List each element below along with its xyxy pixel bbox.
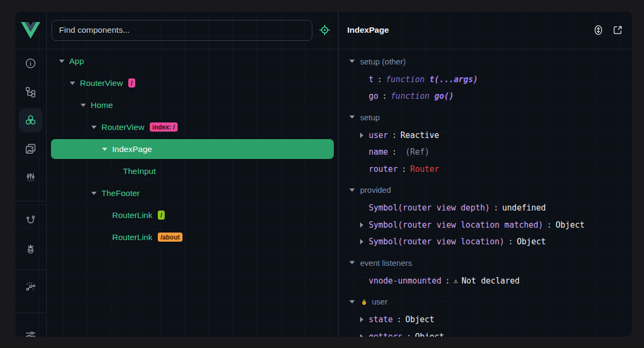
- state-row[interactable]: Symbol(router view location matched):Obj…: [339, 216, 632, 234]
- expander-icon[interactable]: [360, 334, 363, 337]
- tree-row[interactable]: TheInput: [47, 160, 338, 182]
- tree-row[interactable]: RouterView/: [47, 72, 338, 94]
- state-key: Symbol(router view location matched): [369, 220, 543, 230]
- key-value-separator: :: [445, 276, 450, 286]
- component-name: TheFooter: [101, 189, 140, 198]
- state-section-header[interactable]: setup: [339, 107, 632, 127]
- state-value: go(): [434, 91, 453, 101]
- key-value-separator: :: [401, 164, 406, 174]
- expander-icon[interactable]: [349, 300, 355, 303]
- scroll-to-component-button[interactable]: [593, 24, 604, 36]
- state-value: Reactive: [400, 130, 439, 140]
- key-value-separator: :: [547, 220, 552, 230]
- sidebar-item-settings[interactable]: [19, 323, 42, 337]
- route-badge: /: [158, 211, 165, 220]
- state-value: Router: [410, 164, 439, 174]
- component-tree: AppRouterView/HomeRouterViewindex: /Inde…: [47, 49, 338, 337]
- state-row[interactable]: t:function t(...args): [339, 71, 632, 88]
- state-row[interactable]: Symbol(router view depth):undefined: [339, 200, 632, 217]
- state-row[interactable]: go:function go(): [339, 88, 632, 105]
- inspector-pane: IndexPage: [339, 11, 632, 337]
- expander-icon[interactable]: [349, 261, 355, 264]
- expander-icon[interactable]: [70, 82, 75, 85]
- state-key: state: [369, 315, 393, 324]
- state-row[interactable]: user:Reactive: [339, 127, 632, 144]
- sidebar-item-pinia[interactable]: [19, 237, 42, 260]
- sidebar-item-pages[interactable]: [19, 80, 42, 104]
- expander-icon[interactable]: [102, 148, 107, 151]
- inspector-header-actions: [593, 24, 624, 36]
- state-value: Object: [517, 237, 546, 247]
- open-in-editor-button[interactable]: [612, 24, 624, 36]
- expander-icon[interactable]: [349, 60, 355, 63]
- tree-row[interactable]: RouterViewindex: /: [47, 116, 338, 138]
- state-value: Not declared: [462, 276, 519, 286]
- state-key: router: [369, 164, 398, 174]
- tree-row[interactable]: RouterLink/: [47, 204, 338, 226]
- sidebar-item-assets[interactable]: [19, 137, 42, 161]
- route-badge: /: [128, 78, 135, 88]
- search-area: [47, 11, 338, 49]
- state-section-label: provided: [360, 185, 391, 194]
- state-inspector: setup (other)t:function t(...args)go:fun…: [339, 49, 632, 337]
- sidebar-item-overview[interactable]: [19, 52, 42, 75]
- target-crosshair-icon: [319, 24, 331, 36]
- expander-icon[interactable]: [360, 133, 363, 138]
- state-value: t(...args): [429, 75, 478, 84]
- info-circle-icon: [25, 57, 36, 69]
- state-row[interactable]: vnode-unmounted:⚠Not declared: [339, 272, 632, 289]
- state-key: vnode-unmounted: [369, 276, 441, 286]
- sidebar-item-components[interactable]: [19, 108, 42, 132]
- state-section-label: event listeners: [360, 258, 412, 267]
- sidebar-item-router[interactable]: [19, 208, 42, 232]
- state-row[interactable]: name: (Ref): [339, 144, 632, 161]
- expander-icon[interactable]: [349, 189, 355, 192]
- vue-devtools-window: AppRouterView/HomeRouterViewindex: /Inde…: [15, 11, 632, 337]
- vue-logo: [15, 11, 47, 49]
- component-name: RouterLink: [112, 211, 152, 220]
- key-value-separator: :: [392, 130, 397, 140]
- expander-icon[interactable]: [91, 192, 97, 195]
- key-value-separator: :: [494, 203, 499, 213]
- sidebar-item-graph[interactable]: [19, 274, 42, 298]
- expander-icon[interactable]: [360, 239, 363, 244]
- sliders-icon: [25, 329, 36, 337]
- state-row[interactable]: router:Router: [339, 161, 632, 178]
- scroll-to-component-icon: [593, 24, 604, 36]
- images-icon: [25, 143, 36, 155]
- vue-logo-icon: [21, 22, 40, 39]
- component-name: Home: [91, 100, 113, 110]
- state-row[interactable]: Symbol(router view location):Object: [339, 234, 632, 251]
- tree-row[interactable]: RouterLink/about: [47, 226, 338, 248]
- state-section-label: user: [372, 297, 387, 306]
- mixer-icon: [25, 171, 36, 183]
- expander-icon[interactable]: [91, 126, 97, 129]
- state-section-header[interactable]: event listeners: [339, 253, 632, 272]
- tree-row[interactable]: App: [47, 50, 338, 72]
- expander-icon[interactable]: [80, 104, 86, 107]
- component-name: RouterLink: [112, 233, 152, 242]
- state-value: Object: [555, 220, 584, 230]
- key-value-separator: :: [508, 237, 513, 247]
- search-input[interactable]: [52, 20, 312, 41]
- state-section-header[interactable]: user: [339, 292, 632, 311]
- route-badge: /about: [158, 233, 182, 242]
- pinia-store-icon: [360, 298, 368, 306]
- state-section-label: setup: [360, 113, 380, 122]
- tree-row[interactable]: IndexPage: [51, 139, 334, 159]
- tree-row[interactable]: Home: [47, 94, 338, 116]
- state-value: function: [391, 91, 434, 101]
- expander-icon[interactable]: [360, 222, 363, 228]
- expander-icon[interactable]: [360, 317, 363, 322]
- expander-icon[interactable]: [349, 115, 355, 119]
- state-row[interactable]: state:Object: [339, 311, 632, 329]
- state-section-header[interactable]: setup (other): [339, 52, 632, 71]
- sidebar-item-timeline[interactable]: [19, 165, 42, 189]
- tree-row[interactable]: TheFooter: [47, 182, 338, 204]
- inspect-component-button[interactable]: [319, 24, 331, 36]
- state-row[interactable]: getters:Object: [339, 328, 632, 337]
- expander-icon[interactable]: [59, 60, 64, 63]
- pineapple-icon: [25, 243, 36, 255]
- state-section-header[interactable]: provided: [339, 180, 632, 200]
- state-value: Object: [415, 332, 444, 337]
